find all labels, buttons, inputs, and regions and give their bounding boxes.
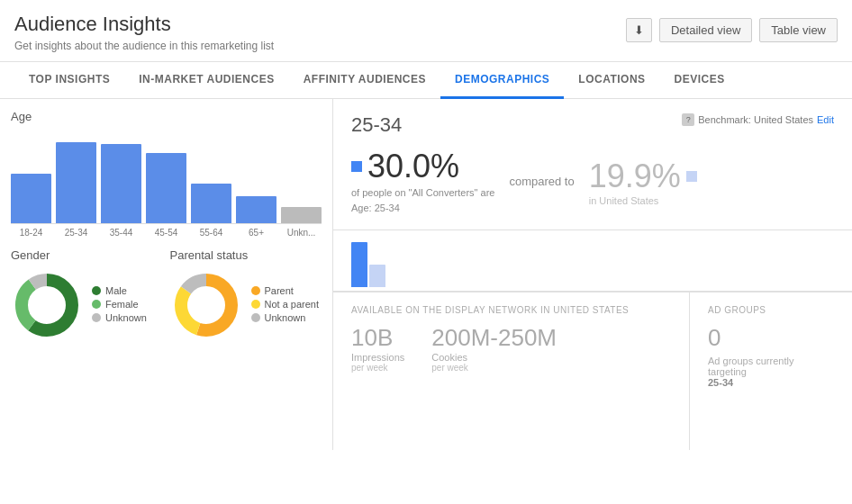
secondary-stat-desc: in United States [589,195,697,206]
impressions-sub: per week [351,363,404,373]
cookies-sub: per week [431,363,557,373]
age-label-25-34: 25-34 [56,228,96,238]
mini-chart-area [333,230,852,292]
benchmark-edit-link[interactable]: Edit [817,114,834,125]
right-panel: 25-34 ? Benchmark: United States Edit 30… [333,99,852,450]
main-pct-value: 30.0% [367,148,459,185]
bottom-right: AVAILABLE ON THE DISPLAY NETWORK IN UNIT… [333,292,852,450]
main-content: Age [0,99,852,450]
bottom-section: Gender Male [11,248,322,341]
impressions-label: Impressions [351,352,404,363]
age-bar-35-44[interactable] [101,134,141,223]
parental-donut-chart [170,269,242,341]
benchmark-icon: ? [682,113,694,126]
parental-title: Parental status [170,248,322,262]
mini-bar-bench-1 [369,265,385,287]
tab-in-market[interactable]: IN-MARKET AUDIENCES [124,62,288,99]
age-label-55-64: 55-64 [191,228,231,238]
svg-point-7 [188,287,224,323]
gender-female-label: Female [105,299,139,310]
parental-unknown-dot [251,313,260,322]
main-desc-line1: of people on "All Converters" are [351,185,494,201]
page-title: Audience Insights [14,13,274,36]
main-percentage: 30.0% [351,148,494,185]
age-label-65plus: 65+ [236,228,276,238]
tab-devices[interactable]: DEVICES [660,62,739,99]
mini-bar-main-1 [351,242,367,287]
parental-donut-container: Parent Not a parent Unknown [170,269,322,341]
secondary-percentage: 19.9% [589,158,697,195]
adgroups-section: AD GROUPS 0 Ad groups currently targetin… [690,292,852,450]
cookies-label: Cookies [431,352,557,363]
header: Audience Insights Get insights about the… [0,0,852,62]
mini-bar-group-1 [351,242,385,287]
stats-row: 30.0% of people on "All Converters" are … [351,148,834,215]
age-bar-25-34[interactable] [56,134,96,223]
age-detail-top: 25-34 ? Benchmark: United States Edit 30… [333,99,852,230]
parental-legend-parent: Parent [251,285,320,296]
adgroups-desc-text: Ad groups currently targeting [708,356,793,377]
parent-label: Parent [265,285,294,296]
secondary-pct-value: 19.9% [589,158,681,195]
gender-male-label: Male [105,285,127,296]
main-stat-desc: of people on "All Converters" are Age: 2… [351,185,494,215]
parental-legend-unknown: Unknown [251,312,320,323]
female-dot [92,300,101,309]
secondary-stat: 19.9% in United States [589,158,697,206]
main-desc-line2: Age: 25-34 [351,201,494,216]
adgroups-range: 25-34 [708,377,733,388]
male-dot [92,286,101,295]
parental-legend-not-parent: Not a parent [251,299,320,310]
tab-top-insights[interactable]: TOP INSIGHTS [14,62,124,99]
gender-legend-female: Female [92,299,147,310]
age-bar-65plus[interactable] [236,134,276,223]
left-panel: Age [0,99,333,450]
compared-to-label: compared to [509,175,574,188]
gender-donut-container: Male Female Unknown [11,269,163,341]
adgroups-desc: Ad groups currently targeting 25-34 [708,356,834,388]
age-bar-18-24[interactable] [11,134,51,223]
adgroups-label: AD GROUPS [708,305,834,315]
age-bar-unknown[interactable] [281,134,322,223]
gender-legend: Male Female Unknown [92,285,147,326]
svg-point-3 [29,287,65,323]
impressions-stat: 10B Impressions per week [351,324,404,373]
parental-legend: Parent Not a parent Unknown [251,285,320,326]
tab-affinity[interactable]: AFFINITY AUDIENCES [289,62,440,99]
gender-section: Gender Male [11,248,163,341]
parental-unknown-label: Unknown [265,312,306,323]
parent-dot [251,286,260,295]
gender-legend-male: Male [92,285,147,296]
cookies-stat: 200M-250M Cookies per week [431,324,557,373]
gender-donut-chart [11,269,83,341]
download-button[interactable]: ⬇ [626,18,652,42]
tab-demographics[interactable]: DEMOGRAPHICS [440,62,564,99]
benchmark-info: ? Benchmark: United States Edit [682,113,834,126]
age-label-35-44: 35-44 [101,228,141,238]
main-stat: 30.0% of people on "All Converters" are … [351,148,494,215]
age-label-45-54: 45-54 [146,228,186,238]
not-parent-label: Not a parent [265,299,320,310]
parental-section: Parental status Parent [170,248,322,341]
gender-title: Gender [11,248,163,262]
gender-unknown-label: Unknown [105,312,147,323]
detailed-view-button[interactable]: Detailed view [659,18,752,42]
main-pct-dot [351,161,362,172]
network-label: AVAILABLE ON THE DISPLAY NETWORK IN UNIT… [351,305,671,315]
network-section: AVAILABLE ON THE DISPLAY NETWORK IN UNIT… [333,292,690,450]
network-stats: 10B Impressions per week 200M-250M Cooki… [351,324,671,373]
age-label-unknown: Unkn... [281,228,322,238]
table-view-button[interactable]: Table view [759,18,838,42]
tab-locations[interactable]: LOCATIONS [564,62,659,99]
cookies-value: 200M-250M [431,324,557,352]
adgroups-value: 0 [708,324,834,352]
secondary-pct-dot [686,171,697,182]
gender-unknown-dot [92,313,101,322]
age-chart-title: Age [11,110,322,123]
gender-legend-unknown: Unknown [92,312,147,323]
age-bar-55-64[interactable] [191,134,231,223]
age-bar-45-54[interactable] [146,134,186,223]
age-label-18-24: 18-24 [11,228,51,238]
benchmark-label: Benchmark: United States [698,114,813,125]
header-left: Audience Insights Get insights about the… [14,13,274,52]
